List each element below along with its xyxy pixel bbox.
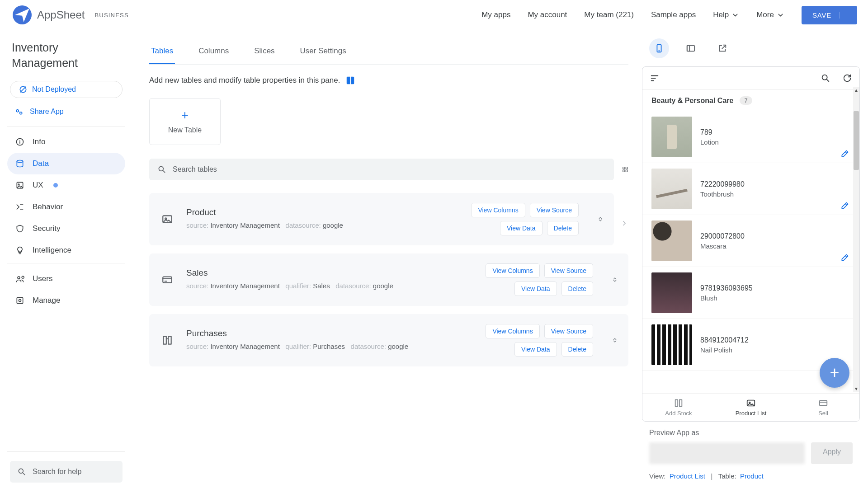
svg-point-9 <box>19 299 21 301</box>
card-icon <box>818 398 828 408</box>
workflow-icon <box>15 202 24 211</box>
preview-open-button[interactable] <box>712 38 732 58</box>
view-source-button[interactable]: View Source <box>544 324 593 338</box>
search-tables-input[interactable]: Search tables <box>149 159 614 180</box>
image-icon <box>161 213 174 225</box>
sidebar-item-manage[interactable]: Manage <box>7 290 125 311</box>
item-thumbnail <box>651 272 692 313</box>
tab-columns[interactable]: Columns <box>197 40 231 64</box>
nav-help[interactable]: Help <box>713 10 739 19</box>
view-data-button[interactable]: View Data <box>514 282 557 296</box>
nav-help-label: Help <box>713 10 729 19</box>
preview-as-input[interactable] <box>649 442 805 464</box>
view-source-button[interactable]: View Source <box>530 203 579 217</box>
nav-label: Sell <box>818 410 828 417</box>
scrollbar-thumb[interactable] <box>854 111 859 170</box>
inventory-icon <box>674 398 684 408</box>
fab-add-button[interactable]: + <box>820 358 849 388</box>
table-link[interactable]: Product <box>740 472 764 480</box>
list-item[interactable]: 9781936093695 Blush <box>642 267 859 319</box>
tab-tables[interactable]: Tables <box>149 40 175 64</box>
nav-more[interactable]: More <box>756 10 784 19</box>
svg-point-7 <box>18 277 20 279</box>
svg-rect-8 <box>17 297 23 303</box>
list-item[interactable]: 72220099980 Toothbrush <box>642 163 859 215</box>
refresh-icon[interactable] <box>842 73 852 83</box>
sidebar-item-security[interactable]: Security <box>7 218 125 239</box>
nav-my-account[interactable]: My account <box>528 10 567 19</box>
brand-logo[interactable]: AppSheet BUSINESS <box>13 5 129 24</box>
device-list[interactable]: 789 Lotion 72220099980 Toothbrush <box>642 111 859 393</box>
tab-slices[interactable]: Slices <box>252 40 276 64</box>
new-table-button[interactable]: + New Table <box>149 98 221 145</box>
sidebar-item-behavior[interactable]: Behavior <box>7 196 125 218</box>
save-label: SAVE <box>812 11 831 19</box>
svg-point-2 <box>20 112 22 114</box>
table-card-purchases[interactable]: Purchases source: Inventory Management q… <box>149 314 628 366</box>
nav-product-list[interactable]: Product List <box>715 394 787 421</box>
sidebar-item-data[interactable]: Data <box>7 153 125 174</box>
scroll-down-icon[interactable]: ▼ <box>854 386 859 391</box>
scroll-up-icon[interactable]: ▲ <box>854 88 859 93</box>
tab-user-settings[interactable]: User Settings <box>298 40 348 64</box>
view-data-button[interactable]: View Data <box>500 221 542 235</box>
view-source-button[interactable]: View Source <box>544 263 593 278</box>
sidebar-item-ux[interactable]: UX <box>7 174 125 196</box>
apply-button[interactable]: Apply <box>811 442 853 464</box>
chevron-down-icon[interactable] <box>840 12 846 19</box>
shield-icon <box>15 224 24 233</box>
book-icon[interactable] <box>345 75 355 85</box>
scrollbar-track[interactable]: ▲ ▼ <box>853 87 859 392</box>
view-data-button[interactable]: View Data <box>514 342 557 357</box>
preview-phone-button[interactable] <box>649 38 669 58</box>
item-name: Nail Polish <box>700 346 749 354</box>
item-thumbnail <box>651 169 692 209</box>
search-icon[interactable] <box>821 73 830 83</box>
layout-toggle-icon[interactable] <box>622 166 628 173</box>
nav-sell[interactable]: Sell <box>787 394 859 421</box>
not-deployed-pill[interactable]: Not Deployed <box>10 81 123 98</box>
sidebar-item-label: UX <box>33 181 43 190</box>
list-item[interactable]: 789 Lotion <box>642 111 859 163</box>
table-card-product[interactable]: Product source: Inventory Management dat… <box>149 193 614 245</box>
item-code: 29000072800 <box>700 232 745 240</box>
delete-button[interactable]: Delete <box>547 221 579 235</box>
expand-icon[interactable] <box>611 337 618 344</box>
nav-my-apps[interactable]: My apps <box>481 10 510 19</box>
expand-icon[interactable] <box>597 216 604 223</box>
view-columns-button[interactable]: View Columns <box>486 324 539 338</box>
table-name: Purchases <box>186 328 473 338</box>
sidebar-item-intelligence[interactable]: Intelligence <box>7 239 125 261</box>
nav-sample-apps[interactable]: Sample apps <box>651 10 696 19</box>
preview-tablet-button[interactable] <box>681 38 701 58</box>
view-columns-button[interactable]: View Columns <box>471 203 525 217</box>
sidebar: Inventory Management Not Deployed Share … <box>0 30 131 488</box>
chevron-right-icon[interactable] <box>620 219 628 227</box>
save-button[interactable]: SAVE <box>802 6 857 24</box>
edit-icon[interactable] <box>840 201 849 210</box>
svg-rect-18 <box>163 277 172 283</box>
svg-point-1 <box>16 109 19 112</box>
phone-icon <box>654 43 664 53</box>
view-link[interactable]: Product List <box>670 472 705 480</box>
svg-rect-20 <box>687 46 695 52</box>
expand-icon[interactable] <box>611 276 618 283</box>
delete-button[interactable]: Delete <box>561 282 593 296</box>
search-help-input[interactable]: Search for help <box>10 461 123 483</box>
nav-my-team[interactable]: My team (221) <box>584 10 634 19</box>
delete-button[interactable]: Delete <box>561 342 593 357</box>
nav-add-stock[interactable]: Add Stock <box>642 394 715 421</box>
sidebar-item-users[interactable]: Users <box>7 268 125 290</box>
view-columns-button[interactable]: View Columns <box>486 263 539 278</box>
sidebar-item-label: Users <box>33 274 52 283</box>
sidebar-item-info[interactable]: Info <box>7 131 125 153</box>
share-app-button[interactable]: Share App <box>7 103 125 124</box>
edit-icon[interactable] <box>840 253 849 262</box>
top-bar: AppSheet BUSINESS My apps My account My … <box>0 0 868 30</box>
preview-links: View: Product List | Table: Product <box>649 472 853 480</box>
sort-icon[interactable] <box>650 73 660 83</box>
brand-name: AppSheet <box>37 9 85 21</box>
list-item[interactable]: 29000072800 Mascara <box>642 215 859 267</box>
table-card-sales[interactable]: Sales source: Inventory Management quali… <box>149 253 628 306</box>
edit-icon[interactable] <box>840 149 849 158</box>
